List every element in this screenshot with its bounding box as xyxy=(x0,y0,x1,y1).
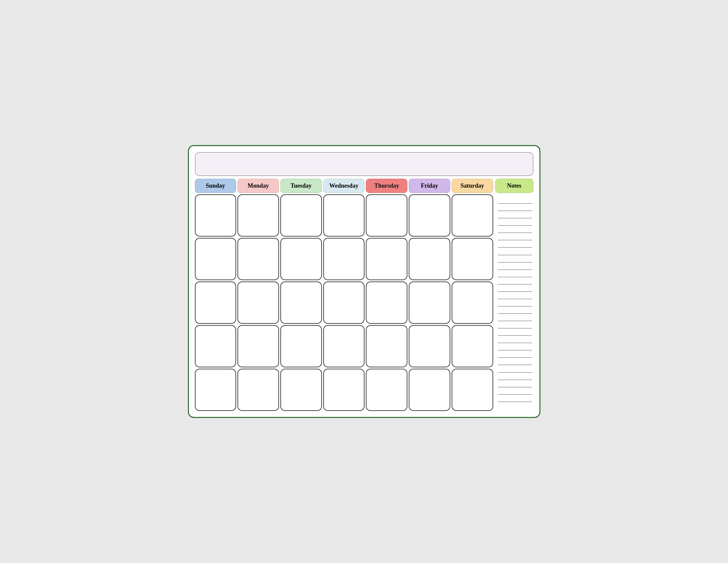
cell-2-tue[interactable] xyxy=(280,238,322,280)
notes-line xyxy=(498,218,532,218)
cell-5-sun[interactable] xyxy=(195,369,236,411)
cell-2-mon[interactable] xyxy=(237,238,279,280)
header-wednesday: Wednesday xyxy=(323,179,365,193)
notes-line xyxy=(498,262,532,262)
notes-line xyxy=(498,380,532,380)
notes-lines[interactable] xyxy=(495,194,533,411)
title-bar[interactable] xyxy=(195,152,533,176)
calendar-row-4 xyxy=(195,325,493,367)
notes-line xyxy=(498,225,532,225)
header-saturday: Saturday xyxy=(452,179,493,193)
cell-1-thu[interactable] xyxy=(366,194,407,236)
cell-4-thu[interactable] xyxy=(366,325,407,367)
cell-3-sat[interactable] xyxy=(452,282,493,324)
notes-line xyxy=(498,299,532,299)
cell-3-thu[interactable] xyxy=(366,282,407,324)
cell-1-wed[interactable] xyxy=(323,194,365,236)
calendar-rows xyxy=(195,194,493,411)
notes-line xyxy=(498,240,532,240)
notes-line xyxy=(498,292,532,292)
notes-line xyxy=(498,365,532,365)
header-thursday: Thursday xyxy=(366,179,407,193)
cell-5-fri[interactable] xyxy=(409,369,450,411)
notes-line xyxy=(498,247,532,247)
header-sunday: Sunday xyxy=(195,179,236,193)
notes-section: Notes xyxy=(495,179,533,411)
notes-line xyxy=(498,306,532,307)
cell-5-tue[interactable] xyxy=(280,369,322,411)
cell-4-sun[interactable] xyxy=(195,325,236,367)
cell-4-mon[interactable] xyxy=(237,325,279,367)
cell-1-sun[interactable] xyxy=(195,194,236,236)
cell-4-tue[interactable] xyxy=(280,325,322,367)
notes-line xyxy=(498,232,532,233)
cell-2-wed[interactable] xyxy=(323,238,365,280)
notes-line xyxy=(498,211,532,211)
cell-2-thu[interactable] xyxy=(366,238,407,280)
cell-5-thu[interactable] xyxy=(366,369,407,411)
cell-5-mon[interactable] xyxy=(237,369,279,411)
notes-line xyxy=(498,343,532,343)
calendar-main: Sunday Monday Tuesday Wednesday Thursday… xyxy=(195,179,533,411)
cell-1-mon[interactable] xyxy=(237,194,279,236)
header-monday: Monday xyxy=(237,179,279,193)
notes-line xyxy=(498,372,532,373)
cell-1-sat[interactable] xyxy=(452,194,493,236)
notes-header: Notes xyxy=(495,179,533,193)
notes-line xyxy=(498,350,532,351)
notes-line xyxy=(498,394,532,395)
cell-1-fri[interactable] xyxy=(409,194,450,236)
cell-4-sat[interactable] xyxy=(452,325,493,367)
calendar-wrapper: Sunday Monday Tuesday Wednesday Thursday… xyxy=(188,145,540,418)
cell-2-fri[interactable] xyxy=(409,238,450,280)
cell-4-fri[interactable] xyxy=(409,325,450,367)
cell-2-sat[interactable] xyxy=(452,238,493,280)
cell-5-wed[interactable] xyxy=(323,369,365,411)
calendar-row-2 xyxy=(195,238,493,280)
cell-3-fri[interactable] xyxy=(409,282,450,324)
cell-3-sun[interactable] xyxy=(195,282,236,324)
notes-line xyxy=(498,284,532,285)
calendar-grid: Sunday Monday Tuesday Wednesday Thursday… xyxy=(195,179,493,411)
notes-line xyxy=(498,357,532,358)
cell-3-mon[interactable] xyxy=(237,282,279,324)
header-friday: Friday xyxy=(409,179,450,193)
notes-line xyxy=(498,203,532,204)
cell-4-wed[interactable] xyxy=(323,325,365,367)
calendar-row-3 xyxy=(195,282,493,324)
cell-2-sun[interactable] xyxy=(195,238,236,280)
notes-line xyxy=(498,402,532,402)
notes-line xyxy=(498,321,532,321)
notes-line xyxy=(498,277,532,277)
notes-line xyxy=(498,387,532,387)
day-headers: Sunday Monday Tuesday Wednesday Thursday… xyxy=(195,179,493,193)
notes-line xyxy=(498,314,532,314)
cell-1-tue[interactable] xyxy=(280,194,322,236)
calendar-row-1 xyxy=(195,194,493,236)
cell-3-wed[interactable] xyxy=(323,282,365,324)
notes-line xyxy=(498,269,532,270)
notes-line xyxy=(498,328,532,329)
header-tuesday: Tuesday xyxy=(280,179,322,193)
notes-line xyxy=(498,336,532,336)
notes-line xyxy=(498,255,532,255)
cell-3-tue[interactable] xyxy=(280,282,322,324)
calendar-row-5 xyxy=(195,369,493,411)
cell-5-sat[interactable] xyxy=(452,369,493,411)
